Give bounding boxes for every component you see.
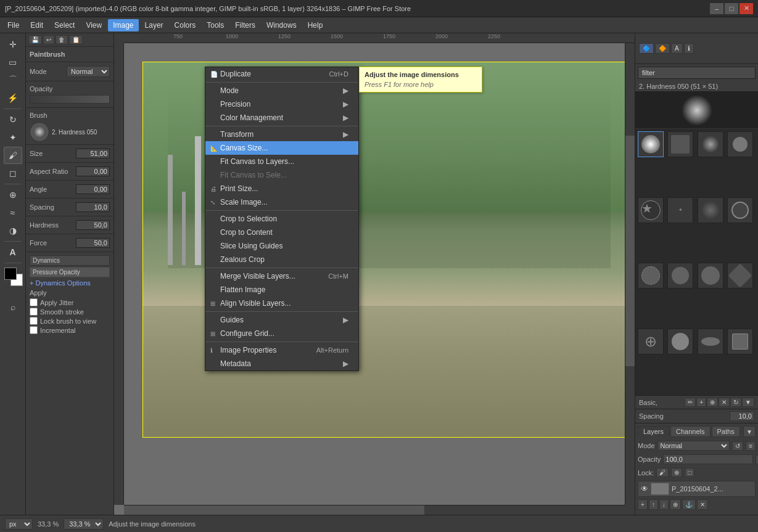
menu-item-print-size[interactable]: 🖨 Print Size... bbox=[205, 182, 358, 195]
close-button[interactable]: ✕ bbox=[739, 3, 753, 14]
menu-item-zealous-crop[interactable]: Zealous Crop bbox=[205, 253, 358, 266]
brush-filter-input[interactable] bbox=[638, 67, 756, 79]
lock-alpha-btn[interactable]: □ bbox=[685, 468, 694, 477]
unit-select[interactable]: px mm % bbox=[5, 518, 33, 530]
layers-opacity-more-btn[interactable]: ≡ bbox=[756, 455, 758, 464]
paintbrush-btn[interactable]: 🖌 bbox=[4, 147, 22, 164]
vertical-scrollbar[interactable] bbox=[625, 43, 635, 505]
brush-new-btn[interactable]: + bbox=[696, 398, 706, 407]
brush-item-9[interactable] bbox=[638, 263, 664, 289]
heal-btn[interactable]: ✦ bbox=[4, 129, 22, 146]
menu-select[interactable]: Select bbox=[49, 19, 80, 31]
brush-paint-btn[interactable]: ✏ bbox=[685, 398, 696, 407]
brush-menu-btn[interactable]: ▼ bbox=[742, 398, 754, 407]
menu-item-fit-canvas-selection[interactable]: Fit Canvas to Sele... bbox=[205, 168, 358, 182]
menu-tools[interactable]: Tools bbox=[202, 19, 229, 31]
brush-dup-btn[interactable]: ⊕ bbox=[707, 398, 718, 407]
menu-item-duplicate[interactable]: 📄 Duplicate Ctrl+D bbox=[205, 67, 358, 81]
transform-btn[interactable]: ↻ bbox=[4, 111, 22, 128]
zoom-tool-btn[interactable]: ⌕ bbox=[4, 298, 22, 316]
brush-item-8[interactable] bbox=[727, 197, 753, 223]
lower-layer-btn[interactable]: ↓ bbox=[659, 499, 669, 510]
brush-item-7[interactable] bbox=[698, 197, 723, 223]
menu-windows[interactable]: Windows bbox=[262, 19, 302, 31]
options-menu-btn[interactable]: 📋 bbox=[69, 35, 83, 44]
new-layer-btn[interactable]: + bbox=[638, 499, 648, 510]
anchor-layer-btn[interactable]: ⚓ bbox=[682, 499, 696, 510]
pattern-icon-btn[interactable]: 🔶 bbox=[655, 43, 670, 54]
menu-colors[interactable]: Colors bbox=[170, 19, 201, 31]
menu-help[interactable]: Help bbox=[303, 19, 328, 31]
brush-item-13[interactable]: ⊕ bbox=[638, 329, 664, 354]
menu-item-merge-visible[interactable]: Merge Visible Layers... Ctrl+M bbox=[205, 269, 358, 283]
brush-item-4[interactable] bbox=[727, 131, 753, 157]
tab-channels[interactable]: Channels bbox=[670, 426, 710, 437]
canvas-area[interactable]: 750 1000 1250 1500 1750 2000 2250 bbox=[114, 33, 635, 515]
delete-options-btn[interactable]: 🗑 bbox=[56, 35, 68, 44]
force-input[interactable] bbox=[76, 238, 110, 248]
hardness-input[interactable] bbox=[76, 220, 110, 230]
brush-item-12[interactable] bbox=[727, 263, 753, 289]
font-icon-btn[interactable]: A bbox=[671, 43, 683, 54]
menu-item-crop-to-content[interactable]: Crop to Content bbox=[205, 226, 358, 239]
lock-pixels-btn[interactable]: 🖌 bbox=[656, 468, 669, 477]
restore-options-btn[interactable]: ↩ bbox=[43, 35, 54, 44]
zoom-select[interactable]: 33,3 % 50 % 100 % bbox=[64, 518, 104, 530]
layer-visibility-icon[interactable]: 👁 bbox=[641, 485, 648, 493]
layers-more-btn[interactable]: ≡ bbox=[746, 441, 756, 451]
lock-brush-checkbox[interactable] bbox=[30, 317, 38, 325]
brush-del-btn[interactable]: ✕ bbox=[719, 398, 730, 407]
brush-item-11[interactable] bbox=[698, 263, 723, 289]
brush-item-10[interactable] bbox=[667, 263, 693, 289]
smudge-btn[interactable]: ≈ bbox=[4, 204, 22, 221]
h-scroll-thumb[interactable] bbox=[124, 505, 424, 515]
menu-item-guides[interactable]: Guides ▶ bbox=[205, 313, 358, 327]
aspect-ratio-input[interactable] bbox=[76, 166, 110, 176]
layers-opacity-input[interactable] bbox=[663, 454, 753, 464]
menu-filters[interactable]: Filters bbox=[230, 19, 260, 31]
dynamics-options-link[interactable]: + Dynamics Options bbox=[30, 278, 110, 288]
rect-select-btn[interactable]: ▭ bbox=[4, 54, 22, 71]
menu-item-canvas-size[interactable]: 📐 Canvas Size... bbox=[205, 141, 358, 155]
brush-item-15[interactable] bbox=[698, 329, 723, 354]
clone-btn[interactable]: ⊕ bbox=[4, 186, 22, 203]
angle-input[interactable] bbox=[76, 184, 110, 194]
brush-item-2[interactable] bbox=[667, 131, 693, 157]
mode-select[interactable]: Normal bbox=[67, 66, 110, 77]
smooth-stroke-checkbox[interactable] bbox=[30, 308, 38, 316]
eraser-btn[interactable]: ◻ bbox=[4, 165, 22, 182]
menu-item-scale-image[interactable]: ⤡ Scale Image... bbox=[205, 195, 358, 209]
raise-layer-btn[interactable]: ↑ bbox=[649, 499, 658, 510]
menu-item-metadata[interactable]: Metadata ▶ bbox=[205, 357, 358, 370]
dup-layer-btn[interactable]: ⊕ bbox=[670, 499, 681, 510]
brush-item-6[interactable]: ✦ bbox=[667, 197, 693, 223]
lasso-btn[interactable]: ⌒ bbox=[4, 72, 22, 89]
menu-item-transform[interactable]: Transform ▶ bbox=[205, 128, 358, 141]
layers-mode-select[interactable]: Normal bbox=[657, 441, 730, 451]
del-layer-btn[interactable]: ✕ bbox=[697, 499, 708, 510]
fuzzy-select-btn[interactable]: ⚡ bbox=[4, 89, 22, 107]
menu-item-configure-grid[interactable]: ⊞ Configure Grid... bbox=[205, 327, 358, 340]
menu-item-fit-canvas-layers[interactable]: Fit Canvas to Layers... bbox=[205, 155, 358, 168]
menu-edit[interactable]: Edit bbox=[25, 19, 48, 31]
text-btn[interactable]: A bbox=[4, 243, 22, 261]
menu-file[interactable]: File bbox=[2, 19, 24, 31]
foreground-color-box[interactable] bbox=[4, 268, 17, 280]
tab-layers[interactable]: Layers bbox=[638, 426, 669, 437]
menu-item-image-properties[interactable]: ℹ Image Properties Alt+Return bbox=[205, 343, 358, 357]
move-tool-btn[interactable]: ✛ bbox=[4, 36, 22, 53]
spacing-input[interactable] bbox=[76, 202, 110, 212]
menu-item-mode[interactable]: Mode ▶ bbox=[205, 84, 358, 97]
dynamics-dropdown-btn[interactable]: Dynamics bbox=[30, 255, 110, 266]
right-spacing-input[interactable] bbox=[730, 411, 754, 421]
brush-item-14[interactable] bbox=[667, 329, 693, 354]
brush-item-1[interactable] bbox=[638, 131, 664, 157]
brush-item-5[interactable]: ★ bbox=[638, 197, 664, 223]
layers-reset-btn[interactable]: ↺ bbox=[732, 441, 743, 451]
menu-item-align-visible[interactable]: ⊞ Align Visible Layers... bbox=[205, 297, 358, 310]
layer-item[interactable]: 👁 P_20150604_2... bbox=[638, 481, 756, 497]
incremental-checkbox[interactable] bbox=[30, 326, 38, 334]
menu-item-slice-using-guides[interactable]: Slice Using Guides bbox=[205, 239, 358, 253]
size-input[interactable]: 51,00 bbox=[76, 149, 110, 158]
minimize-button[interactable]: – bbox=[710, 3, 723, 14]
